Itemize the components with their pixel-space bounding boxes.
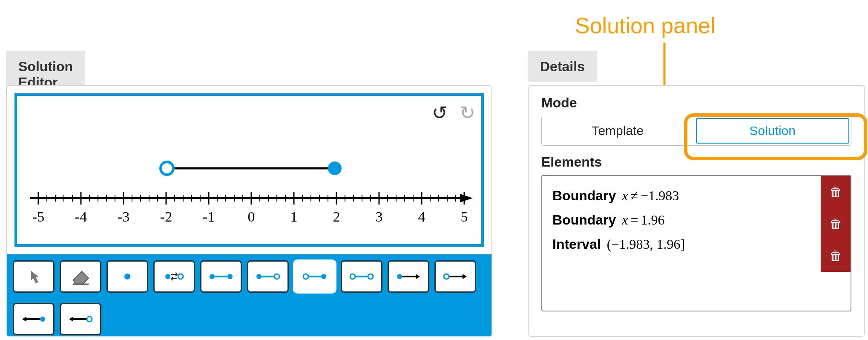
svg-point-80 [303,274,308,279]
elements-label: Elements [541,154,851,170]
number-line-icon: -5 -4 -3 -2 -1 0 1 2 3 4 5 [21,126,477,236]
open-open-tool[interactable] [341,260,382,293]
trash-icon: 🗑 [829,217,842,231]
svg-point-78 [274,274,279,279]
svg-point-83 [350,274,355,279]
element-row[interactable]: Interval (−1.983, 1.96] [542,232,851,256]
svg-text:0: 0 [248,209,255,225]
undo-icon[interactable]: ↺ [432,102,448,124]
svg-point-70 [124,274,130,279]
svg-text:5: 5 [461,209,468,225]
redo-icon[interactable]: ↻ [460,102,475,124]
svg-marker-3 [460,194,473,202]
closed-closed-tool[interactable] [200,260,242,293]
closed-ray-right-tool[interactable] [388,260,429,293]
svg-point-67 [161,162,173,175]
svg-point-86 [397,274,402,279]
svg-point-68 [328,161,342,175]
svg-text:2: 2 [333,209,340,225]
annotation-label: Solution panel [575,13,716,38]
svg-marker-87 [416,274,420,279]
mode-label: Mode [541,95,851,111]
solution-editor-panel: ↺ ↻ -5 -4 -3 -2 -1 0 1 2 3 4 5 [6,85,492,337]
element-row[interactable]: Boundary x=1.96 [542,208,851,232]
element-kind: Boundary [552,188,616,204]
svg-text:-4: -4 [75,209,87,225]
svg-point-77 [256,274,262,279]
open-closed-tool[interactable] [294,260,336,293]
template-mode-button[interactable]: Template [542,116,694,145]
element-expr: x=1.96 [622,212,664,228]
svg-point-84 [368,274,373,279]
eraser-tool[interactable] [60,260,101,293]
element-kind: Boundary [552,212,616,228]
number-line-canvas[interactable]: ↺ ↻ -5 -4 -3 -2 -1 0 1 2 3 4 5 [14,93,484,247]
svg-text:4: 4 [418,209,425,225]
closed-ray-left-tool[interactable] [13,303,55,335]
delete-button[interactable]: 🗑 [821,240,851,272]
svg-marker-93 [22,317,26,322]
delete-button[interactable]: 🗑 [821,208,851,240]
svg-point-71 [165,274,170,279]
svg-point-89 [444,274,449,279]
svg-point-95 [87,317,92,322]
svg-text:1: 1 [290,209,298,225]
mode-toggle: Template Solution [541,116,851,146]
elements-list: Boundary x≠−1.983 Boundary x=1.96 Interv… [541,175,851,311]
element-kind: Interval [552,236,601,252]
trash-icon: 🗑 [829,185,842,199]
svg-text:-3: -3 [118,209,129,225]
svg-text:-1: -1 [203,209,215,225]
toggle-point-tool[interactable] [153,260,195,293]
open-ray-left-tool[interactable] [60,303,101,335]
svg-point-81 [321,274,326,279]
element-expr: x≠−1.983 [622,188,679,204]
element-row[interactable]: Boundary x≠−1.983 [542,184,851,208]
details-tab: Details [528,51,597,82]
svg-marker-90 [463,274,467,279]
svg-point-74 [210,274,215,279]
pointer-tool[interactable] [13,260,55,293]
svg-text:3: 3 [376,209,383,225]
svg-point-92 [40,317,45,322]
toolbar [7,254,491,337]
svg-text:-5: -5 [32,209,44,225]
svg-text:-2: -2 [160,209,172,225]
delete-button[interactable]: 🗑 [821,176,851,208]
trash-icon: 🗑 [829,249,842,263]
svg-point-72 [178,274,183,279]
open-ray-right-tool[interactable] [434,260,476,293]
element-expr: (−1.983, 1.96] [607,236,685,252]
closed-open-tool[interactable] [247,260,289,293]
solution-mode-button[interactable]: Solution [696,118,850,144]
svg-marker-96 [69,317,73,322]
closed-point-tool[interactable] [106,260,148,293]
svg-point-75 [227,274,233,279]
details-panel: Mode Template Solution Elements Boundary… [528,85,865,337]
